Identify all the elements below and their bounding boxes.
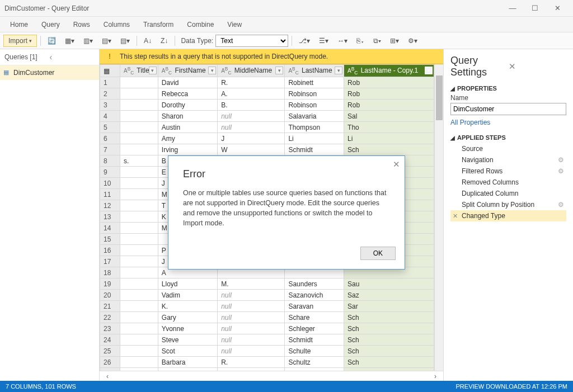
menu-transform[interactable]: Transform xyxy=(138,18,179,31)
rownum-cell[interactable]: 11 xyxy=(100,189,120,200)
cell[interactable]: Austin xyxy=(158,122,217,133)
close-settings-icon[interactable]: ✕ xyxy=(509,62,567,72)
cell[interactable]: Tho xyxy=(344,122,434,133)
cell[interactable]: Saunders xyxy=(285,278,344,290)
cell[interactable]: Sch xyxy=(344,334,434,346)
cell[interactable] xyxy=(120,278,158,290)
cell[interactable]: W xyxy=(218,144,285,155)
rownum-cell[interactable]: 17 xyxy=(100,256,120,267)
step-changed-type[interactable]: ✕Changed Type xyxy=(450,210,566,221)
rownum-cell[interactable]: 24 xyxy=(100,334,120,346)
cell[interactable] xyxy=(120,122,158,133)
cell[interactable]: Sch xyxy=(344,312,434,323)
table-row[interactable]: 21K.nullSaravanSar xyxy=(100,301,434,312)
properties-header[interactable]: ◢PROPERTIES xyxy=(450,85,566,92)
cell[interactable]: Sch xyxy=(344,357,434,368)
cell[interactable]: Amy xyxy=(158,133,217,144)
cell[interactable] xyxy=(120,245,158,256)
collapse-queries-icon[interactable]: ‹ xyxy=(50,53,95,62)
sort-desc-icon[interactable]: Z↓ xyxy=(157,35,171,46)
rownum-cell[interactable]: 20 xyxy=(100,290,120,301)
cell[interactable] xyxy=(120,267,158,278)
cell[interactable] xyxy=(120,77,158,88)
cell[interactable]: Schultz xyxy=(285,357,344,368)
table-row[interactable]: 23YvonnenullSchlegerSch xyxy=(100,323,434,334)
rownum-cell[interactable]: 16 xyxy=(100,245,120,256)
table-row[interactable]: 26BarbaraR.SchultzSch xyxy=(100,357,434,368)
cell[interactable]: s. xyxy=(120,155,158,167)
cell[interactable] xyxy=(120,88,158,100)
cell[interactable]: Gary xyxy=(158,312,217,323)
cell[interactable] xyxy=(120,301,158,312)
table-row[interactable]: 3DorothyB.RobinsonRob xyxy=(100,100,434,111)
table-row[interactable]: 7IrvingWSchmidtSch xyxy=(100,144,434,155)
cell[interactable]: Sal xyxy=(344,111,434,122)
step-split-column-by-position[interactable]: ✕Split Column by Position⚙ xyxy=(450,199,566,210)
cell[interactable]: null xyxy=(218,122,285,133)
cell[interactable] xyxy=(120,234,158,245)
cell[interactable]: Robinson xyxy=(285,88,344,100)
rownum-cell[interactable]: 19 xyxy=(100,278,120,290)
rownum-cell[interactable]: 23 xyxy=(100,323,120,334)
rownum-cell[interactable]: 15 xyxy=(100,234,120,245)
step-source[interactable]: ✕Source xyxy=(450,143,566,154)
cell[interactable]: David xyxy=(158,77,217,88)
cell[interactable]: M. xyxy=(218,278,285,290)
rownum-cell[interactable]: 8 xyxy=(100,155,120,167)
table-row[interactable]: 22GarynullSchareSch xyxy=(100,312,434,323)
query-item-dimcustomer[interactable]: DimCustomer xyxy=(0,65,99,80)
table-row[interactable]: 2RebeccaA.RobinsonRob xyxy=(100,88,434,100)
datatype-select[interactable]: Text xyxy=(215,35,288,47)
cell[interactable]: Kin xyxy=(344,368,434,371)
scroll-left-icon[interactable]: ‹ xyxy=(106,372,109,380)
cell[interactable]: Rob xyxy=(344,77,434,88)
split-col-icon[interactable]: ⎇▾ xyxy=(295,35,313,46)
cell[interactable]: Li xyxy=(344,133,434,144)
cell[interactable] xyxy=(120,223,158,234)
dialog-close-icon[interactable]: ✕ xyxy=(393,159,400,169)
cell[interactable]: Robinson xyxy=(285,100,344,111)
rownum-cell[interactable]: 21 xyxy=(100,301,120,312)
cell[interactable]: Steve xyxy=(158,334,217,346)
cell[interactable]: Sharon xyxy=(158,111,217,122)
cell[interactable]: Rebecca xyxy=(158,88,217,100)
cell[interactable] xyxy=(120,178,158,189)
cell[interactable]: B. xyxy=(218,100,285,111)
cell[interactable] xyxy=(120,256,158,267)
all-properties-link[interactable]: All Properties xyxy=(450,119,566,126)
cell[interactable]: A. xyxy=(218,88,285,100)
replace-icon[interactable]: ↔▾ xyxy=(334,35,351,46)
cell[interactable] xyxy=(120,211,158,223)
cell[interactable]: Thompson xyxy=(285,122,344,133)
cell[interactable] xyxy=(120,133,158,144)
cell[interactable] xyxy=(120,346,158,357)
step-removed-columns[interactable]: ✕Removed Columns xyxy=(450,177,566,188)
rownum-cell[interactable]: 7 xyxy=(100,144,120,155)
minimize-button[interactable]: — xyxy=(501,1,524,16)
delete-step-icon[interactable]: ✕ xyxy=(453,212,458,220)
cell[interactable]: Saz xyxy=(344,290,434,301)
cell[interactable]: Schleger xyxy=(285,323,344,334)
cell[interactable]: Rob xyxy=(344,100,434,111)
cell[interactable]: Schulte xyxy=(285,346,344,357)
params-icon[interactable]: ⚙▾ xyxy=(405,35,421,46)
cell[interactable]: R. xyxy=(218,77,285,88)
merge-icon[interactable]: ⎘▾ xyxy=(353,35,368,46)
cell[interactable]: null xyxy=(218,312,285,323)
cell[interactable]: Dorothy xyxy=(158,100,217,111)
step-filtered-rows[interactable]: ✕Filtered Rows⚙ xyxy=(450,166,566,177)
keep-rows-icon[interactable]: ▤▾ xyxy=(98,35,115,46)
cell[interactable]: Sch xyxy=(344,346,434,357)
cell[interactable]: Sch xyxy=(344,323,434,334)
rownum-header[interactable]: ▦ xyxy=(100,65,120,77)
vertical-scrollbar[interactable] xyxy=(434,64,443,371)
rownum-cell[interactable]: 12 xyxy=(100,200,120,211)
query-name-input[interactable] xyxy=(450,103,566,115)
rownum-cell[interactable]: 22 xyxy=(100,312,120,323)
rownum-cell[interactable]: 18 xyxy=(100,267,120,278)
cell[interactable]: Li xyxy=(285,133,344,144)
column-header-lastname-copy-1[interactable]: ABC LastName - Copy.1▾ xyxy=(344,65,434,77)
cell[interactable]: Barbara xyxy=(158,357,217,368)
column-header-lastname[interactable]: ABC LastName▾ xyxy=(285,65,344,77)
cell[interactable]: Schare xyxy=(285,312,344,323)
